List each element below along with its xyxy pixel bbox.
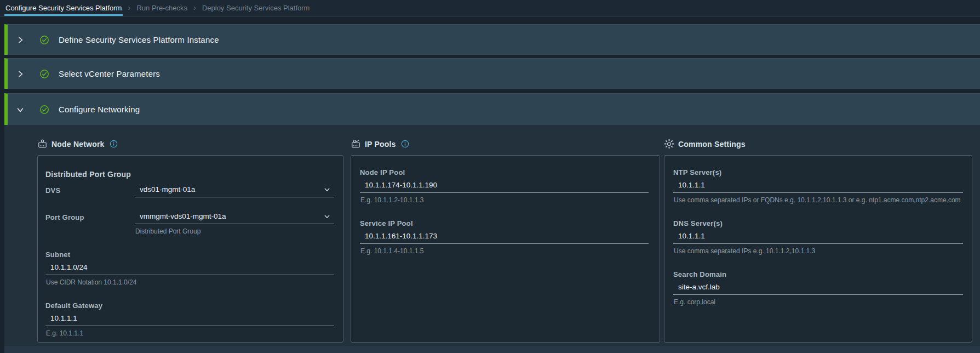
ntp-servers-field: NTP Server(s) Use comma separated IPs or… bbox=[673, 168, 963, 204]
dns-servers-helper: Use comma separated IPs e.g. 10.1.1.2,10… bbox=[673, 247, 963, 255]
dns-servers-label: DNS Server(s) bbox=[673, 219, 963, 227]
check-circle-icon bbox=[39, 69, 49, 79]
accordion-configure-networking[interactable]: Configure Networking bbox=[4, 93, 980, 125]
subnet-helper: Use CIDR Notation 10.1.1.0/24 bbox=[45, 278, 334, 286]
node-network-header: Node Network bbox=[37, 139, 118, 149]
dvs-row: DVS vds01-mgmt-01a bbox=[45, 185, 334, 197]
search-domain-field: Search Domain E.g. corp.local bbox=[673, 270, 963, 306]
chevron-right-icon: › bbox=[193, 0, 196, 16]
port-group-row: Port Group vmmgmt-vds01-mgmt-01a Distrib… bbox=[45, 212, 334, 235]
default-gateway-label: Default Gateway bbox=[45, 301, 334, 310]
node-ip-pool-helper: E.g. 10.1.1.2-10.1.1.3 bbox=[360, 196, 649, 204]
configure-networking-body: Node Network IP Pools bbox=[4, 125, 980, 353]
node-ip-pool-field: Node IP Pool E.g. 10.1.1.2-10.1.1.3 bbox=[360, 168, 649, 204]
host-icon bbox=[37, 139, 48, 149]
ip-pools-header: IP Pools bbox=[351, 139, 409, 149]
chevron-down-icon bbox=[324, 213, 330, 220]
dns-servers-field: DNS Server(s) Use comma separated IPs e.… bbox=[673, 219, 963, 255]
dns-servers-input[interactable] bbox=[673, 231, 963, 244]
chevron-right-icon bbox=[16, 70, 24, 78]
node-network-panel: Distributed Port Group DVS vds01-mgmt-01… bbox=[37, 155, 343, 343]
accordion-title: Select vCenter Parameters bbox=[59, 69, 160, 78]
chevron-down-icon bbox=[16, 106, 24, 113]
service-ip-pool-helper: E.g. 10.1.1.4-10.1.1.5 bbox=[360, 247, 649, 255]
default-gateway-input[interactable] bbox=[45, 314, 334, 326]
dvs-select[interactable]: vds01-mgmt-01a bbox=[135, 185, 334, 197]
service-ip-pool-field: Service IP Pool E.g. 10.1.1.4-10.1.1.5 bbox=[360, 219, 649, 255]
port-group-label: Port Group bbox=[45, 212, 135, 221]
accordion-title: Configure Networking bbox=[59, 105, 140, 114]
footer-strip bbox=[4, 346, 980, 353]
node-ip-pool-input[interactable] bbox=[360, 180, 649, 193]
accordion-define-instance[interactable]: Define Security Services Platform Instan… bbox=[4, 24, 980, 55]
ntp-servers-input[interactable] bbox=[673, 180, 963, 193]
gear-icon bbox=[664, 139, 674, 149]
dvs-select-value: vds01-mgmt-01a bbox=[140, 185, 195, 193]
dvs-label: DVS bbox=[45, 185, 135, 195]
subnet-field: Subnet Use CIDR Notation 10.1.1.0/24 bbox=[45, 250, 334, 286]
accordion-vcenter-parameters[interactable]: Select vCenter Parameters bbox=[4, 58, 980, 89]
section-title: Common Settings bbox=[678, 140, 746, 149]
group-heading: Distributed Port Group bbox=[45, 170, 334, 179]
breadcrumb-step-configure[interactable]: Configure Security Services Platform bbox=[4, 0, 123, 16]
common-settings-panel: NTP Server(s) Use comma separated IPs or… bbox=[664, 155, 972, 343]
accordion-title: Define Security Services Platform Instan… bbox=[59, 35, 219, 44]
search-domain-label: Search Domain bbox=[673, 270, 963, 278]
search-domain-input[interactable] bbox=[673, 282, 963, 295]
common-settings-header: Common Settings bbox=[664, 139, 746, 149]
breadcrumb-step-prechecks[interactable]: Run Pre-checks bbox=[135, 0, 188, 16]
check-circle-icon bbox=[39, 105, 49, 115]
search-domain-helper: E.g. corp.local bbox=[673, 298, 963, 306]
chevron-right-icon bbox=[16, 36, 24, 44]
chevron-right-icon: › bbox=[128, 0, 130, 16]
port-group-helper: Distributed Port Group bbox=[135, 227, 334, 235]
default-gateway-field: Default Gateway E.g. 10.1.1.1 bbox=[45, 301, 334, 337]
ip-pool-icon bbox=[351, 139, 361, 149]
ip-pools-panel: Node IP Pool E.g. 10.1.1.2-10.1.1.3 Serv… bbox=[351, 155, 660, 343]
wizard-page: Configure Security Services Platform › R… bbox=[0, 0, 980, 353]
ntp-servers-label: NTP Server(s) bbox=[673, 168, 963, 176]
service-ip-pool-label: Service IP Pool bbox=[360, 219, 649, 227]
info-icon[interactable] bbox=[401, 140, 409, 148]
port-group-select[interactable]: vmmgmt-vds01-mgmt-01a bbox=[135, 212, 334, 224]
subnet-label: Subnet bbox=[45, 250, 334, 259]
subnet-input[interactable] bbox=[45, 263, 334, 275]
node-ip-pool-label: Node IP Pool bbox=[360, 168, 649, 176]
port-group-select-value: vmmgmt-vds01-mgmt-01a bbox=[140, 212, 226, 220]
info-icon[interactable] bbox=[110, 140, 118, 148]
check-circle-icon bbox=[39, 35, 49, 45]
section-title: Node Network bbox=[51, 140, 105, 149]
section-title: IP Pools bbox=[365, 140, 396, 149]
chevron-down-icon bbox=[324, 186, 330, 193]
breadcrumb: Configure Security Services Platform › R… bbox=[0, 0, 980, 16]
breadcrumb-step-deploy[interactable]: Deploy Security Services Platform bbox=[201, 0, 311, 16]
ntp-servers-helper: Use comma separated IPs or FQDNs e.g. 10… bbox=[673, 196, 963, 204]
default-gateway-helper: E.g. 10.1.1.1 bbox=[45, 329, 334, 337]
service-ip-pool-input[interactable] bbox=[360, 231, 649, 244]
